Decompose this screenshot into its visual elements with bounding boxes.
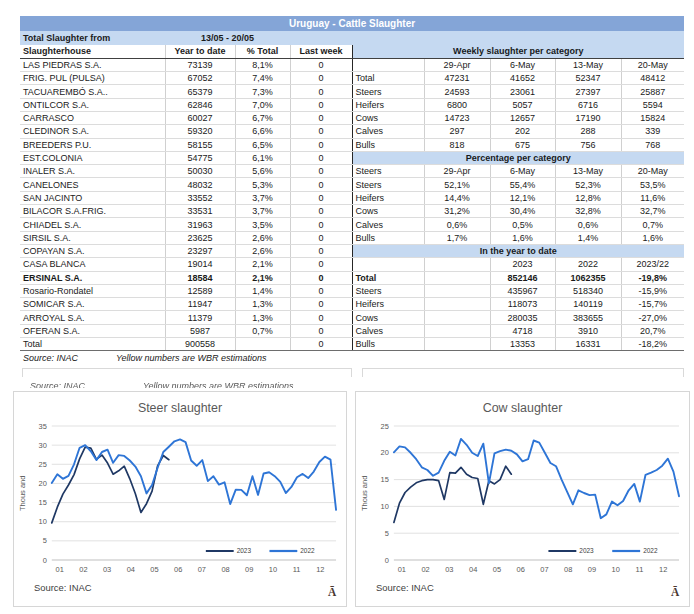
cell: 12589 [165,284,235,297]
cell: 20,7% [621,324,684,337]
x-tick-label: 02 [79,565,87,574]
cell: 6,1% [235,151,290,164]
cell: 8,1% [235,58,290,71]
cell: 288 [555,125,621,138]
y-tick-label: 5 [43,536,47,545]
cell [290,31,352,45]
cell: 73139 [165,58,235,71]
x-tick-label: 04 [127,565,135,574]
series-line-2023 [394,466,511,522]
category-label: Calves [352,324,424,337]
cell: 2,1% [235,258,290,271]
cell: 17190 [555,111,621,124]
cell: 2023 [490,258,555,271]
cell: 0,6% [424,218,490,231]
cell: 24593 [424,85,490,98]
cell: 0 [290,271,352,284]
table-row: EST.COLONIA547756,1%0Percentage per cate… [20,151,684,164]
cell: 6,6% [235,125,290,138]
cell: 23297 [165,244,235,257]
table-row: LAS PIEDRAS S.A.731398,1%029-Apr6-May13-… [20,58,684,71]
slaughterhouse-name: CASA BLANCA [20,258,165,271]
legend-label-2022: 2022 [300,547,315,554]
chart-title: Cow slaughter [483,401,563,415]
cell: 0,7% [621,218,684,231]
cell [424,271,490,284]
category-label: Heifers [352,298,424,311]
cell: 6800 [424,98,490,111]
estimation-label: Yellow numbers are WBR estimations [116,352,267,364]
slaughterhouse-name: CANELONES [20,178,165,191]
category-label: Total [352,271,424,284]
cell: 23625 [165,231,235,244]
table-row: Uruguay - Cattle Slaughter [20,16,684,31]
cell: 0 [290,151,352,164]
category-label: Bulls [352,138,424,151]
clipped-chart-frame-right [362,368,684,377]
category-label: Calves [352,218,424,231]
y-tick-label: 15 [381,475,389,484]
table-row: ARROYAL S.A.113791,3%0Cows280035383655-2… [20,311,684,324]
cell: 54775 [165,151,235,164]
cell: 900558 [165,338,235,351]
column-header-slaughterhouse: Slaughterhouse [20,45,165,58]
cell: 12,8% [555,191,621,204]
table-row: OFERAN S.A.59870,7%0Calves4718391020,7% [20,324,684,337]
cell: 20-May [621,165,684,178]
table-header-row: Slaughterhouse Year to date % Total Last… [20,45,684,58]
x-tick-label: 12 [659,565,667,574]
x-tick-label: 06 [517,565,525,574]
table-row: INALER S.A.500305,6%0Steers29-Apr6-May13… [20,165,684,178]
table-row: Total Slaughter from 13/05 - 20/05 [20,31,684,45]
cell [352,351,684,364]
slaughterhouse-name: Total [20,338,165,351]
legend-label-2023: 2023 [237,547,252,554]
cell: 435967 [490,284,555,297]
cell: 118073 [490,298,555,311]
slaughterhouse-name: OFERAN S.A. [20,324,165,337]
period-label: Total Slaughter from [20,31,165,45]
x-tick-label: 09 [588,565,596,574]
x-tick-label: 10 [269,565,277,574]
sheet-title: Uruguay - Cattle Slaughter [20,16,684,31]
table-row: FRIG. PUL (PULSA)670527,4%0Total47231416… [20,72,684,85]
category-label: Calves [352,125,424,138]
cell: 11947 [165,298,235,311]
category-label [352,58,424,71]
slaughterhouse-name: SAN JACINTO [20,191,165,204]
cell: 0 [290,244,352,257]
cell: 0,5% [490,218,555,231]
table-row: ERSINAL S.A.185842,1%0Total8521461062355… [20,271,684,284]
source-label: Source: INAC [23,353,78,363]
cell: 6,7% [235,111,290,124]
cell: 818 [424,138,490,151]
cell: 15824 [621,111,684,124]
x-tick-label: 01 [398,565,406,574]
cell: 6-May [490,165,555,178]
slaughterhouse-name: BREEDERS P.U. [20,138,165,151]
cell: 48032 [165,178,235,191]
x-tick-label: 11 [636,565,644,574]
x-tick-label: 02 [421,565,429,574]
cell: 16331 [555,338,621,351]
cell: 60027 [165,111,235,124]
cell: 55,4% [490,178,555,191]
cell: 13353 [490,338,555,351]
cell: 3910 [555,324,621,337]
slaughterhouse-name: TACUAREMBÓ S.A.. [20,85,165,98]
cell [424,311,490,324]
cell: 5,3% [235,178,290,191]
cell: 11379 [165,311,235,324]
x-tick-label: 12 [316,565,324,574]
cell: 0 [290,85,352,98]
cell: 7,3% [235,85,290,98]
cell: 1,6% [621,231,684,244]
y-tick-label: 30 [39,441,47,450]
cell: 48412 [621,72,684,85]
ghost-source-label: Source: INAC [30,381,85,388]
cell: 27397 [555,85,621,98]
cell: 2023/22 [621,258,684,271]
cell: 0 [290,165,352,178]
cell: 518340 [555,284,621,297]
cell: 5057 [490,98,555,111]
